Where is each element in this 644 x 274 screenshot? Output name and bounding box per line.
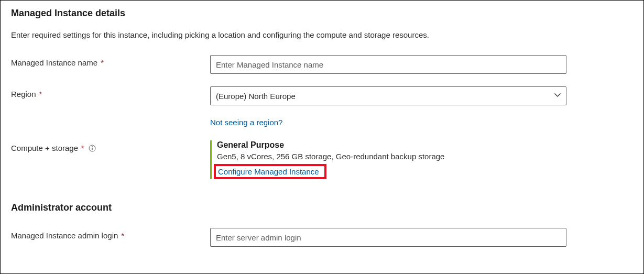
region-label: Region [11,90,36,98]
label-col: Compute + storage * [11,140,210,152]
form-row-instance-name: Managed Instance name * [11,55,633,74]
form-row-region: Region * (Europe) North Europe [11,86,633,105]
control-col: (Europe) North Europe [210,86,566,105]
admin-login-input[interactable] [210,228,566,247]
form-row-admin-login: Managed Instance admin login * [11,228,633,247]
compute-summary: General Purpose Gen5, 8 vCores, 256 GB s… [210,140,566,179]
configure-highlight: Configure Managed Instance [214,164,326,179]
label-col: Managed Instance admin login * [11,228,210,240]
region-select-value: (Europe) North Europe [216,92,296,101]
configure-instance-link[interactable]: Configure Managed Instance [218,167,319,176]
compute-specs: Gen5, 8 vCores, 256 GB storage, Geo-redu… [217,152,566,161]
form-row-compute: Compute + storage * General Purpose Gen5… [11,140,633,179]
label-col: Managed Instance name * [11,55,210,67]
required-asterisk: * [121,231,124,240]
info-icon[interactable] [89,145,96,152]
required-asterisk: * [101,58,104,67]
svg-rect-2 [92,147,92,150]
control-col [210,228,566,247]
managed-instance-form: Managed Instance details Enter required … [0,0,644,274]
compute-tier: General Purpose [217,140,566,150]
region-help-row: Not seeing a region? [11,118,633,127]
region-select[interactable]: (Europe) North Europe [210,86,566,105]
section-heading-admin: Administrator account [11,202,633,213]
svg-point-1 [92,146,93,147]
control-col: General Purpose Gen5, 8 vCores, 256 GB s… [210,140,566,179]
section-heading-details: Managed Instance details [11,8,633,19]
instance-name-label: Managed Instance name [11,58,97,67]
region-help-link[interactable]: Not seeing a region? [210,118,282,127]
compute-label: Compute + storage [11,144,78,152]
label-col: Region * [11,86,210,98]
section-description: Enter required settings for this instanc… [11,30,633,39]
admin-login-label: Managed Instance admin login [11,231,118,240]
instance-name-input[interactable] [210,55,566,74]
required-asterisk: * [81,144,84,152]
control-col [210,55,566,74]
required-asterisk: * [39,90,42,98]
